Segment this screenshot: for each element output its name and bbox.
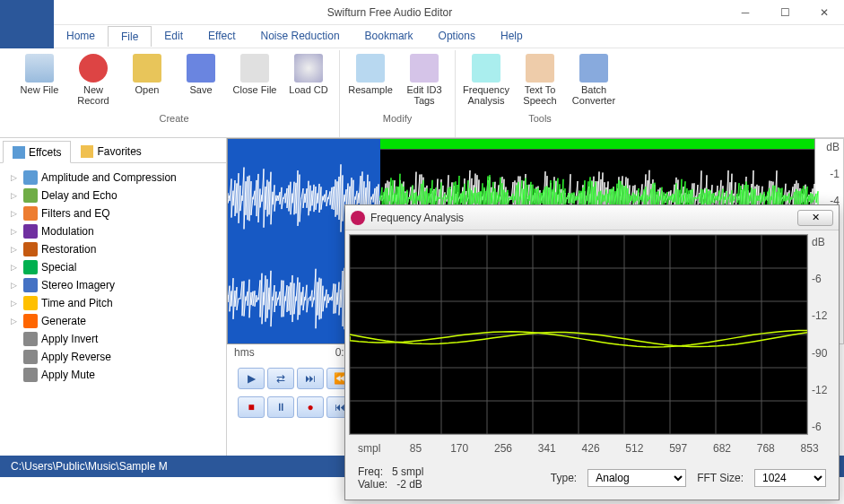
freq-analysis-button[interactable]: Frequency Analysis <box>461 50 511 109</box>
freq-db-tick: -12 <box>812 309 831 322</box>
freq-window-title: Frequency Analysis <box>370 212 797 224</box>
close-file-button[interactable]: Close File <box>230 50 280 109</box>
batch-button[interactable]: Batch Converter <box>569 50 619 109</box>
transport-stop-button[interactable]: ■ <box>238 396 265 418</box>
menu-edit[interactable]: Edit <box>152 26 196 47</box>
group-label: Tools <box>528 113 552 124</box>
new-record-label: New Record <box>70 84 117 106</box>
tree-item-time-and-pitch[interactable]: ▷Time and Pitch <box>4 294 222 312</box>
ribbon: New FileNew RecordOpenSaveClose FileLoad… <box>0 48 844 138</box>
tree-item-label: Time and Pitch <box>41 297 113 309</box>
freq-x-tick: 682 <box>700 442 744 455</box>
freq-fft-select[interactable]: 1024 <box>754 469 826 487</box>
tree-item-restoration[interactable]: ▷Restoration <box>4 240 222 258</box>
tree-item-label: Amplitude and Compression <box>41 171 177 184</box>
new-record-button[interactable]: New Record <box>68 50 118 109</box>
maximize-button[interactable]: ☐ <box>765 0 805 25</box>
menu-help[interactable]: Help <box>488 26 535 47</box>
freq-x-unit: smpl <box>358 442 394 455</box>
resample-button[interactable]: Resample <box>345 50 396 109</box>
freq-db-tick: -6 <box>812 421 831 433</box>
tree-item-stereo-imagery[interactable]: ▷Stereo Imagery <box>4 276 222 294</box>
transport-loop-button[interactable]: ⇄ <box>267 368 294 389</box>
freq-type-label: Type: <box>551 472 577 484</box>
tree-arrow-icon: ▷ <box>11 173 20 182</box>
tts-button[interactable]: Text To Speech <box>515 50 565 109</box>
tree-item-label: Generate <box>41 315 86 327</box>
freq-close-button[interactable]: ✕ <box>797 210 833 226</box>
batch-icon <box>579 54 608 83</box>
tree-item-label: Modulation <box>41 225 94 238</box>
freq-plot[interactable] <box>349 234 808 435</box>
load-cd-button[interactable]: Load CD <box>283 50 334 109</box>
tree-item-icon <box>23 188 38 203</box>
transport-play-button[interactable]: ▶ <box>238 368 265 389</box>
db-tick: -1 <box>819 168 840 180</box>
tree-item-delay-and-echo[interactable]: ▷Delay and Echo <box>4 187 222 204</box>
tree-arrow-icon: ▷ <box>11 209 20 218</box>
minimize-button[interactable]: ─ <box>726 0 765 25</box>
tree-item-label: Filters and EQ <box>41 207 110 220</box>
db-tick: dB <box>819 141 840 153</box>
edit-id3-button[interactable]: Edit ID3 Tags <box>399 50 449 109</box>
load-cd-icon <box>294 54 323 83</box>
freq-type-select[interactable]: Analog <box>587 469 686 487</box>
tree-item-label: Apply Reverse <box>41 351 111 363</box>
tree-item-label: Apply Invert <box>41 333 98 345</box>
new-file-button[interactable]: New File <box>14 50 65 109</box>
menu-options[interactable]: Options <box>426 26 488 47</box>
close-button[interactable]: ✕ <box>805 0 844 25</box>
tree-item-icon <box>23 242 38 256</box>
tree-item-label: Restoration <box>41 243 96 256</box>
freq-app-icon <box>351 211 365 225</box>
tree-item-modulation[interactable]: ▷Modulation <box>4 222 222 240</box>
freq-x-tick: 597 <box>657 442 700 455</box>
resample-icon <box>356 54 385 83</box>
side-tab-effcets[interactable]: Effcets <box>3 141 71 163</box>
effects-tree: ▷Amplitude and Compression▷Delay and Ech… <box>0 163 226 456</box>
freq-freq-value: 5 smpl <box>392 465 423 478</box>
transport-end-button[interactable]: ⏭ <box>297 368 324 389</box>
freq-x-tick: 768 <box>744 442 787 455</box>
tree-item-label: Apply Mute <box>41 369 95 381</box>
tree-arrow-icon: ▷ <box>11 317 20 326</box>
open-icon <box>133 54 161 83</box>
tree-item-amplitude-and-compression[interactable]: ▷Amplitude and Compression <box>4 169 222 187</box>
tree-item-generate[interactable]: ▷Generate <box>4 312 222 330</box>
tree-arrow-icon: ▷ <box>11 281 20 290</box>
transport-pause-button[interactable]: ⏸ <box>267 396 294 418</box>
freq-x-axis: smpl 85170256341426512597682768853 <box>345 439 839 456</box>
freq-body: dB-6-12-90-12-6 <box>345 230 839 439</box>
tree-arrow-icon: ▷ <box>11 227 20 236</box>
save-button[interactable]: Save <box>176 50 226 109</box>
tree-item-filters-and-eq[interactable]: ▷Filters and EQ <box>4 204 222 222</box>
menu-home[interactable]: Home <box>54 26 108 47</box>
side-tab-favorites[interactable]: Favorites <box>71 141 151 162</box>
freq-analysis-icon <box>472 54 500 83</box>
transport-record-button[interactable]: ● <box>297 396 324 418</box>
freq-db-tick: -90 <box>812 347 831 360</box>
tree-item-icon <box>23 224 38 239</box>
tree-item-apply-reverse[interactable]: Apply Reverse <box>4 348 222 366</box>
freq-titlebar[interactable]: Frequency Analysis ✕ <box>345 205 839 230</box>
menu-bookmark[interactable]: Bookmark <box>352 26 426 47</box>
menu-file[interactable]: File <box>108 26 152 47</box>
freq-freq-label: Freq: <box>358 465 383 478</box>
menu-noise-reduction[interactable]: Noise Reduction <box>248 26 352 47</box>
tree-item-apply-invert[interactable]: Apply Invert <box>4 330 222 348</box>
tree-item-special[interactable]: ▷Special <box>4 258 222 276</box>
open-button[interactable]: Open <box>122 50 172 109</box>
frequency-analysis-window[interactable]: Frequency Analysis ✕ dB-6-12-90-12-6 smp… <box>344 204 840 500</box>
tree-arrow-icon: ▷ <box>11 191 20 200</box>
tts-icon <box>526 54 554 83</box>
load-cd-label: Load CD <box>289 84 327 95</box>
ribbon-group-tools: Frequency AnalysisText To SpeechBatch Co… <box>456 50 624 137</box>
tree-arrow-icon: ▷ <box>11 245 20 254</box>
favorites-icon <box>81 145 93 158</box>
side-tab-label: Effcets <box>29 146 61 159</box>
tree-item-icon <box>23 332 38 346</box>
tree-item-apply-mute[interactable]: Apply Mute <box>4 366 222 384</box>
freq-x-tick: 170 <box>438 442 482 455</box>
effects-icon <box>13 146 25 159</box>
menu-effect[interactable]: Effect <box>196 26 248 47</box>
